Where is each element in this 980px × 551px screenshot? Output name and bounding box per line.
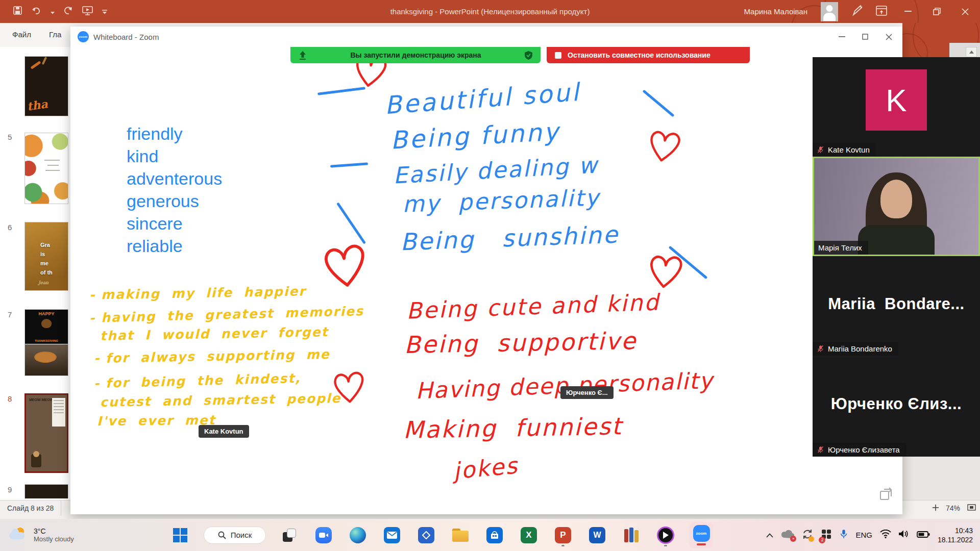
participant-video [880, 180, 912, 218]
account-avatar[interactable] [821, 2, 838, 21]
weather-widget[interactable]: 3°C Mostly cloudy [9, 527, 74, 543]
slideshow-icon[interactable] [82, 6, 93, 17]
red-handwriting-line: Being supportive [404, 327, 638, 359]
wifi-icon[interactable] [880, 530, 891, 540]
slide-thumbnail-8-selected[interactable]: MEOW MEOW [24, 393, 68, 473]
zoom-participants-panel: K Kate Kovtun Марія Телих Mariia Bondare… [813, 57, 980, 457]
close-button[interactable] [958, 4, 973, 19]
slide6-text-line: of th [40, 269, 53, 276]
start-button[interactable] [169, 523, 191, 547]
weather-temp: 3°C [34, 527, 74, 535]
search-icon [218, 531, 226, 539]
notification-app-icon[interactable]: 2 [821, 529, 832, 542]
scrollbar-up-arrow[interactable] [966, 47, 977, 57]
edge-browser-icon[interactable] [347, 523, 369, 547]
slide8-caption: MEOW MEOW [29, 398, 53, 402]
coming-soon-pen-icon[interactable] [851, 5, 863, 19]
ribbon-display-options-icon[interactable] [876, 6, 887, 18]
redo-icon[interactable] [64, 6, 73, 17]
typed-list-item: sincere [127, 212, 222, 235]
search-label: Поиск [231, 531, 252, 539]
slide-thumbnail-4[interactable]: tha [24, 56, 68, 116]
typed-list-item: kind [127, 145, 222, 167]
undo-dropdown-icon[interactable] [51, 7, 55, 16]
excel-icon[interactable]: X [518, 523, 540, 547]
zoom-app-icon[interactable]: zoom [689, 523, 714, 547]
heart-doodle [317, 237, 373, 295]
participant-name: Mariia Bondarenko [828, 344, 892, 353]
zoom-titlebar[interactable]: zoom Whiteboard - Zoom [70, 27, 902, 47]
typed-adjective-list: friendly kind adventerous generous since… [127, 122, 222, 257]
save-icon[interactable] [13, 6, 22, 17]
account-name[interactable]: Марина Малоіван [744, 7, 807, 16]
zoom-minimize-button[interactable] [830, 27, 853, 47]
slide7-caption2: THANKSGIVING [25, 339, 68, 342]
outlook-mail-icon[interactable] [381, 523, 403, 547]
zoom-maximize-button[interactable] [853, 27, 877, 47]
whiteboard-new-page-icon[interactable] [879, 487, 893, 502]
winrar-icon[interactable] [621, 523, 642, 547]
slide-number-9: 9 [8, 485, 12, 494]
typed-list-item: reliable [127, 235, 222, 257]
tab-file[interactable]: Файл [12, 30, 31, 39]
windows-taskbar: 3°C Mostly cloudy Поиск X P W zoom [0, 519, 980, 551]
zoom-in-icon[interactable] [933, 504, 939, 512]
participant-tile-kate[interactable]: K Kate Kovtun [813, 57, 980, 157]
battery-icon[interactable] [917, 531, 930, 540]
annotation-author-tag: Юрченко Є... [560, 386, 614, 399]
file-explorer-icon[interactable] [450, 523, 471, 547]
annotation-author-tag: Kate Kovtun [199, 425, 249, 438]
undo-icon[interactable] [31, 7, 41, 17]
typed-list-item: friendly [127, 122, 222, 145]
zoom-close-button[interactable] [877, 27, 900, 47]
desktop: thanksgiving - PowerPoint (Нелицензирова… [0, 0, 980, 551]
search-box[interactable]: Поиск [204, 527, 266, 544]
slide7-caption: HAPPY [25, 311, 68, 316]
participant-avatar: K [866, 69, 927, 131]
slide6-text-line: is [40, 251, 45, 257]
slide-thumbnail-6[interactable]: Gra is me of th Jean [24, 222, 68, 291]
clock-time: 10:43 [938, 526, 973, 535]
participant-tile-yurchenko[interactable]: Юрченко Єлиз... Юрченко Єлизавета [813, 356, 980, 457]
muted-mic-icon [817, 345, 824, 353]
share-banner-text: Вы запустили демонстрацию экрана [350, 51, 481, 59]
restore-button[interactable] [929, 4, 944, 19]
slide4-script-text: tha [26, 97, 48, 113]
tab-home-partial[interactable]: Гла [49, 30, 61, 39]
participant-video [858, 225, 935, 256]
teams-chat-icon[interactable] [313, 523, 334, 547]
typed-list-item: adventerous [127, 167, 222, 190]
tray-chevron-icon[interactable] [766, 531, 773, 540]
slide-thumbnail-9[interactable] [24, 484, 68, 498]
participant-tile-mariia-telykh[interactable]: Марія Телих [813, 157, 980, 256]
slide-thumbnail-7[interactable]: HAPPY THANKSGIVING [24, 309, 68, 376]
slide-number-8-selected: 8 [8, 394, 12, 403]
microphone-in-use-icon[interactable] [840, 529, 848, 542]
slide-number-6: 6 [8, 223, 12, 232]
share-arrow-icon [299, 51, 307, 60]
participant-name: Kate Kovtun [828, 145, 870, 154]
screen-share-banner: Вы запустили демонстрацию экрана [290, 47, 541, 63]
task-view-icon[interactable] [279, 523, 300, 547]
media-player-icon[interactable] [655, 523, 676, 547]
zoom-percentage[interactable]: 74% [946, 504, 960, 512]
onedrive-error-icon[interactable]: × [781, 530, 794, 541]
stop-share-button[interactable]: Остановить совместное использование [547, 47, 750, 63]
participant-display-name: Mariia Bondare... [813, 295, 980, 313]
customize-qat-icon[interactable] [102, 7, 107, 16]
microsoft-store-icon[interactable] [484, 523, 505, 547]
clock[interactable]: 10:43 18.11.2022 [938, 526, 973, 544]
slide-thumbnail-5[interactable] [24, 133, 68, 204]
word-icon[interactable]: W [586, 523, 608, 547]
language-indicator[interactable]: ENG [855, 531, 872, 539]
heart-doodle [642, 124, 685, 169]
powerpoint-icon[interactable]: P [552, 523, 574, 547]
volume-icon[interactable] [899, 530, 909, 540]
yellow-note-line: I've ever met [97, 413, 216, 429]
minimize-button[interactable] [900, 4, 916, 19]
blue-diamond-app-icon[interactable] [415, 523, 437, 547]
whiteboard-canvas[interactable] [70, 47, 902, 514]
fit-slide-icon[interactable] [967, 504, 976, 512]
participant-tile-bondarenko[interactable]: Mariia Bondare... Mariia Bondarenko [813, 256, 980, 356]
sync-icon[interactable] [802, 529, 813, 542]
